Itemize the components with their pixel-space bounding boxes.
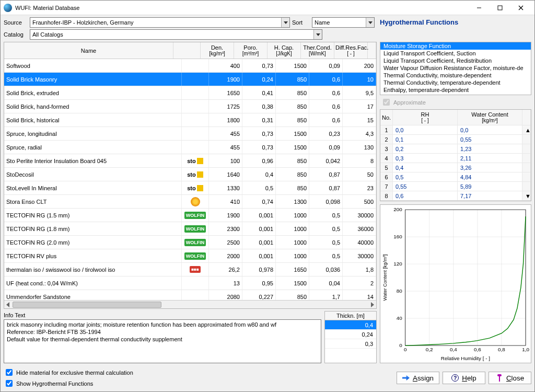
cell-wc: 4,84	[458, 172, 522, 181]
table-row[interactable]: Solid Brick, historical18000,318500,615	[4, 113, 376, 127]
cell-density: 455	[209, 141, 242, 154]
help-icon	[451, 374, 459, 382]
col-density[interactable]: Den.[kg/m³]	[201, 42, 234, 59]
horizontal-scrollbar[interactable]	[4, 300, 376, 308]
cell-porosity: 0,227	[242, 290, 276, 300]
sto-logo: sto	[187, 158, 203, 164]
sort-select[interactable]: Name	[312, 17, 375, 28]
table-row[interactable]: StoDecosilsto16400,48500,8750	[4, 168, 376, 181]
wolfin-logo: WOLFIN	[184, 252, 206, 260]
cell-no: 8	[380, 191, 393, 200]
window-close-button[interactable]	[510, 2, 531, 14]
catalog-select[interactable]: All Catalogs	[30, 29, 322, 40]
table-row[interactable]: Spruce, radial4550,7315000,09130	[4, 141, 376, 154]
show-hygrothermal-checkbox[interactable]: Show Hygrothermal Functions	[4, 378, 392, 388]
scroll-thumb[interactable]	[13, 302, 161, 308]
cell-name: Sto Perlite Interior Insulation Board 04…	[4, 154, 182, 167]
data-row[interactable]: 80,67,17▼	[380, 191, 531, 201]
table-row[interactable]: Ummendorfer Sandstone20800,2278501,714	[4, 290, 376, 300]
hide-material-checkbox[interactable]: Hide material for exclusive thermal calc…	[4, 367, 392, 377]
data-scroll-cell[interactable]: ▼	[522, 191, 531, 200]
table-row[interactable]: TECTOFIN RG (1.5 mm)WOLFIN19000,00110000…	[4, 209, 376, 222]
col-porosity[interactable]: Poro.[m³/m³]	[234, 42, 268, 59]
grid-body[interactable]: Softwood4000,7315000,09200Solid Brick Ma…	[4, 59, 376, 300]
assign-button[interactable]: Assign	[397, 372, 439, 384]
table-row[interactable]: TECTOFIN RV plusWOLFIN20000,00110000,530…	[4, 249, 376, 263]
cell-heatcap: 1000	[276, 209, 309, 222]
cell-name: Softwood	[4, 59, 182, 72]
source-value: Fraunhofer-IBP - Holzkirchen, Germany	[30, 19, 281, 26]
table-row[interactable]: TECTOFIN RG (1.8 mm)WOLFIN23000,00110000…	[4, 222, 376, 236]
data-row[interactable]: 50,43,26	[380, 163, 531, 172]
cell-brand: sto	[182, 181, 209, 194]
cell-heatcap: 850	[276, 154, 309, 167]
col-name[interactable]: Name	[4, 42, 173, 59]
window-minimize-button[interactable]	[469, 2, 490, 14]
cell-diffres: 10	[343, 73, 376, 86]
data-row[interactable]: 10,00,0▲	[380, 125, 531, 135]
window-maximize-button[interactable]	[490, 2, 510, 14]
data-row[interactable]: 40,32,11	[380, 154, 531, 163]
source-select[interactable]: Fraunhofer-IBP - Holzkirchen, Germany	[30, 17, 290, 28]
cell-wc: 7,17	[458, 191, 522, 200]
thickness-item[interactable]: 0,4	[325, 320, 376, 330]
hide-material-input[interactable]	[6, 369, 13, 376]
cell-porosity: 0,001	[242, 249, 276, 262]
data-row[interactable]: 30,21,23	[380, 144, 531, 154]
cell-porosity: 0,73	[242, 127, 276, 140]
info-text[interactable]: brick masonry including mortar joints; m…	[4, 319, 321, 363]
col-thermalcond[interactable]: Ther.Cond.[W/mK]	[301, 42, 334, 59]
table-row[interactable]: Stora Enso CLT4100,7413000,098500	[4, 195, 376, 209]
table-row[interactable]: Sto Perlite Interior Insulation Board 04…	[4, 154, 376, 168]
data-row[interactable]: 20,10,55	[380, 135, 531, 144]
functions-list[interactable]: Moisture Storage FunctionLiquid Transpor…	[380, 42, 531, 95]
col-heatcap[interactable]: H. Cap.[J/kgK]	[268, 42, 301, 59]
table-row[interactable]: StoLevell In Mineralsto13300,58500,8723	[4, 181, 376, 195]
top-controls: Source Fraunhofer-IBP - Holzkirchen, Ger…	[4, 17, 531, 40]
close-button[interactable]: Close	[489, 372, 531, 384]
cell-brand: ■■■	[182, 263, 209, 276]
svg-text:40: 40	[397, 315, 402, 321]
function-item[interactable]: Moisture Storage Function	[380, 42, 531, 50]
cell-porosity: 0,001	[242, 222, 276, 235]
data-row[interactable]: 70,555,89	[380, 182, 531, 191]
table-row[interactable]: TECTOFIN RG (2.0 mm)WOLFIN25000,00110000…	[4, 236, 376, 249]
cell-wc: 3,26	[458, 163, 522, 172]
cell-wc: 0,0	[458, 125, 522, 134]
data-scroll-cell[interactable]: ▲	[522, 125, 531, 134]
function-item[interactable]: Liquid Transport Coefficient, Redistribu…	[380, 57, 531, 64]
thickness-item[interactable]: 0,3	[325, 339, 376, 349]
col-rh[interactable]: RH[ - ]	[393, 110, 458, 125]
table-row[interactable]: Softwood4000,7315000,09200	[4, 59, 376, 73]
cell-wc: 2,11	[458, 154, 522, 163]
col-wc[interactable]: Water Content[kg/m³]	[458, 110, 522, 125]
function-item[interactable]: Thermal Conductivity, moisture-dependent	[380, 72, 531, 79]
table-row[interactable]: Solid Brick Masonry19000,248500,610	[4, 73, 376, 86]
thickness-item[interactable]: 0,24	[325, 330, 376, 339]
catalog-label: Catalog	[4, 31, 28, 38]
cell-heatcap: 850	[276, 290, 309, 300]
help-button[interactable]: Help	[443, 372, 485, 384]
cell-porosity: 0,001	[242, 236, 276, 249]
function-item[interactable]: Liquid Transport Coefficient, Suction	[380, 50, 531, 57]
show-hygrothermal-input[interactable]	[6, 380, 13, 387]
data-header: No. RH[ - ] Water Content[kg/m³]	[380, 110, 531, 125]
info-label: Info Text	[4, 311, 321, 319]
col-diffres[interactable]: Diff.Res.Fac.[ - ]	[334, 42, 368, 59]
data-scroll-cell	[522, 154, 531, 163]
data-row[interactable]: 60,54,84	[380, 172, 531, 182]
cell-thermalcond: 0,6	[309, 86, 343, 99]
source-label: Source	[4, 19, 28, 26]
data-body[interactable]: 10,00,0▲20,10,5530,21,2340,32,1150,43,26…	[380, 125, 531, 201]
thickness-list[interactable]: 0,40,240,3	[324, 320, 377, 363]
table-row[interactable]: Spruce, longitudinal4550,7315000,234,3	[4, 127, 376, 141]
table-row[interactable]: UF (heat cond.: 0,04 W/mK)130,9515000,04…	[4, 276, 376, 290]
function-item[interactable]: Thermal Conductivity, temperature-depend…	[380, 79, 531, 86]
svg-text:120: 120	[393, 261, 402, 267]
table-row[interactable]: Solid Brick, extruded16500,418500,69,5	[4, 86, 376, 100]
table-row[interactable]: Solid Brick, hand-formed17250,388500,617	[4, 100, 376, 113]
function-item[interactable]: Enthalpy, temperature-dependent	[380, 86, 531, 94]
function-item[interactable]: Water Vapour Diffusion Resistance Factor…	[380, 64, 531, 72]
cell-heatcap: 850	[276, 113, 309, 126]
table-row[interactable]: thermalan iso / swisswool iso / tirolwoo…	[4, 263, 376, 276]
